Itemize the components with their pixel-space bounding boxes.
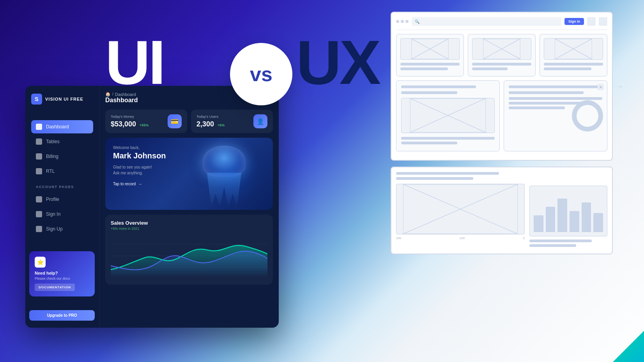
signin-icon xyxy=(36,211,42,217)
sales-title: Sales Overview xyxy=(111,220,267,226)
signup-icon xyxy=(36,226,42,232)
stat-icon-users: 👤 xyxy=(253,114,267,128)
sales-chart xyxy=(111,234,267,277)
wf-chart-title xyxy=(396,172,499,175)
sidebar-item-label-profile: Profile xyxy=(46,197,59,202)
search-icon-wf: 🔍 xyxy=(415,20,419,24)
chart-area xyxy=(111,234,267,277)
wf-text-9 xyxy=(401,137,495,140)
wf-text-3 xyxy=(472,63,531,66)
account-section-title: ACCOUNT PAGES xyxy=(36,185,88,189)
wf-text-11 xyxy=(509,85,602,88)
sidebar-item-label-signin: Sign In xyxy=(46,211,60,217)
sidebar-item-profile[interactable]: Profile xyxy=(31,193,93,206)
jellyfish-glow xyxy=(199,142,261,206)
active-users-label xyxy=(529,240,607,247)
wf-img-1 xyxy=(400,38,460,60)
upgrade-button[interactable]: Upgrade to PRO xyxy=(29,310,95,321)
sales-section: Sales Overview +5% more in 2021 xyxy=(105,215,273,285)
dashboard-mockup: S VISION UI FREE Dashboard Tables Billin… xyxy=(25,86,279,328)
welcome-name: Mark Johnson xyxy=(113,151,166,160)
profile-icon xyxy=(36,196,42,202)
ui-label: UI xyxy=(105,31,164,94)
wf-btn-2[interactable] xyxy=(599,17,607,26)
tap-record[interactable]: Tap to record → xyxy=(113,182,166,186)
dashboard-icon xyxy=(36,124,42,130)
wf-chart-subtitle xyxy=(396,177,473,180)
rtl-icon xyxy=(36,168,42,174)
wf-text-6 xyxy=(544,67,591,70)
wf-text-2 xyxy=(400,67,448,70)
stat-card-money: Today's Money $53,000 +55% 💳 xyxy=(105,110,187,133)
logo-icon: S xyxy=(31,94,42,105)
stat-change-users: +5% xyxy=(218,123,225,127)
wf-img-2 xyxy=(472,38,531,60)
sidebar-item-label-dashboard: Dashboard xyxy=(46,124,69,130)
wf-btn-1[interactable] xyxy=(587,17,596,26)
wf-text-5 xyxy=(544,63,603,66)
billing-icon xyxy=(36,153,42,160)
wf-bar-chart xyxy=(529,186,607,236)
wf-card-1 xyxy=(396,34,464,76)
logo-text: VISION UI FREE xyxy=(45,97,83,101)
welcome-subtitle: Welcome back, xyxy=(113,146,166,150)
sidebar-item-tables[interactable]: Tables xyxy=(31,135,93,148)
wf-card-3 xyxy=(540,34,607,76)
browser-dot-1 xyxy=(396,20,399,23)
sidebar-item-dashboard[interactable]: Dashboard xyxy=(31,120,93,133)
sidebar-item-signup[interactable]: Sign Up xyxy=(31,222,93,236)
sidebar-item-rtl[interactable]: RTL xyxy=(31,165,93,178)
stat-value-users: 2,300 +5% xyxy=(196,120,225,128)
browser-wireframe: 🔍 Sign in → xyxy=(391,12,613,161)
sales-subtitle: +5% more in 2021 xyxy=(111,227,267,231)
wf-img-3 xyxy=(544,38,603,60)
wireframe-side: 🔍 Sign in → xyxy=(391,12,632,343)
wf-cards-row-1 xyxy=(396,34,607,76)
sidebar: S VISION UI FREE Dashboard Tables Billin… xyxy=(25,86,99,328)
sidebar-logo: S VISION UI FREE xyxy=(31,94,93,110)
sidebar-item-label-signup: Sign Up xyxy=(46,226,63,232)
stat-change-money: +55% xyxy=(140,123,149,127)
stat-card-users: Today's Users 2,300 +5% 👤 xyxy=(191,110,273,133)
sidebar-item-signin[interactable]: Sign In xyxy=(31,208,93,221)
wf-text-13 xyxy=(509,97,602,100)
wireframe-arrow: → xyxy=(616,82,624,91)
tables-icon xyxy=(36,138,42,145)
help-card: ⭐ Need help? Please check our docs DOCUM… xyxy=(29,251,95,296)
wf-cards-row-2: ✕ xyxy=(396,80,607,151)
wf-large-card-1 xyxy=(396,80,500,151)
wf-card-2 xyxy=(468,34,536,76)
wf-text-12 xyxy=(509,91,584,94)
documentation-button[interactable]: DOCUMENTATION xyxy=(35,284,75,291)
wf-text-8 xyxy=(401,91,457,94)
welcome-desc2: Ask me anything. xyxy=(113,170,166,176)
welcome-desc1: Glad to see you again! xyxy=(113,164,166,170)
page-title: Dashboard xyxy=(105,97,138,104)
browser-header: 🔍 Sign in xyxy=(396,17,607,30)
signin-button-wf[interactable]: Sign in xyxy=(564,18,584,25)
sidebar-item-label-billing: Billing xyxy=(46,154,58,159)
browser-dot-3 xyxy=(405,20,409,23)
wf-large-card-2: ✕ xyxy=(504,80,607,151)
wf-large-img-1 xyxy=(401,98,495,133)
welcome-content: Welcome back, Mark Johnson Glad to see y… xyxy=(113,146,166,186)
wf-donut-chart xyxy=(572,100,603,131)
wf-text-14 xyxy=(509,102,584,105)
wf-text-4 xyxy=(472,67,508,70)
sidebar-item-label-tables: Tables xyxy=(46,139,60,144)
stats-row: Today's Money $53,000 +55% 💳 Today's Use… xyxy=(105,110,273,133)
sidebar-item-label-rtl: RTL xyxy=(46,169,55,174)
browser-dots xyxy=(396,20,409,23)
stat-value-money: $53,000 +55% xyxy=(111,120,149,128)
sidebar-item-billing[interactable]: Billing xyxy=(31,150,93,163)
ux-label: UX xyxy=(296,31,379,94)
help-star-icon: ⭐ xyxy=(35,257,46,268)
stat-label-users: Today's Users xyxy=(196,115,225,119)
help-title: Need help? xyxy=(35,271,89,275)
wf-text-15 xyxy=(509,106,565,109)
browser-search-bar[interactable]: 🔍 xyxy=(412,17,561,26)
vs-circle: vs xyxy=(230,43,292,105)
help-subtitle: Please check our docs xyxy=(35,277,89,280)
main-content: 🏠 / Dashboard Dashboard Today's Money $5… xyxy=(99,86,279,328)
stat-icon-money: 💳 xyxy=(168,114,182,128)
